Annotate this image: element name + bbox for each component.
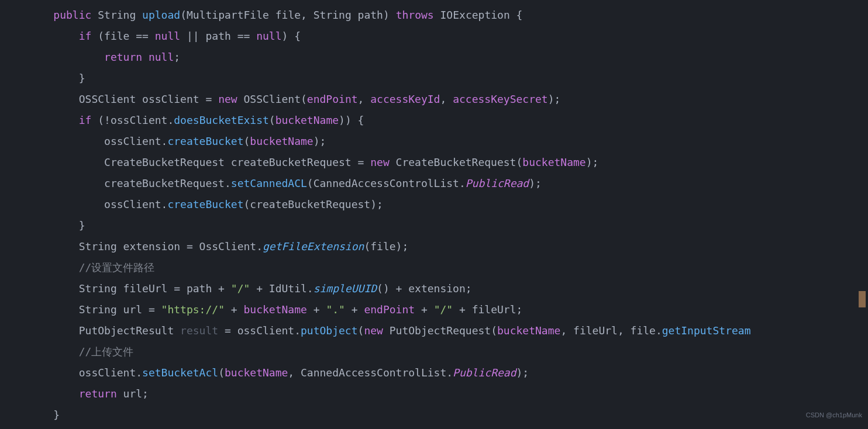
string: "." [326,303,345,316]
code-line: } [28,404,868,425]
keyword-new: new [364,324,383,337]
op: + [225,303,244,316]
code-line: String url = "https://" + bucketName + "… [28,299,868,320]
exception-type: IOException [440,9,510,21]
comma: , [440,93,453,105]
param: String path [314,9,383,21]
watermark: CSDN @ch1pMunk [806,404,862,425]
code-line: //上传文件 [28,341,868,362]
keyword-throws: throws [396,9,434,21]
decl: CreateBucketRequest createBucketRequest … [104,156,370,168]
brace: } [79,72,85,84]
method-call: createBucket [167,135,243,147]
punct: ) { [282,30,301,42]
decl: String url = [79,303,161,316]
semi: ; [174,51,180,63]
code-line: if (file == null || path == null) { [28,26,868,47]
static-method: getFileExtension [263,240,364,252]
brace: { [516,9,523,21]
punct: ); [516,366,529,379]
punct: ); [314,135,326,147]
op: + [345,303,364,316]
code-line: ossClient.createBucket(bucketName); [28,131,868,152]
args: (file); [364,240,408,252]
sp [142,51,149,63]
field: endPoint [307,93,358,105]
type: String [98,9,136,21]
method-call: putObject [301,324,358,337]
punct: ); [548,93,561,105]
keyword-new: new [218,93,237,105]
cond: path == [205,30,256,42]
field: bucketName [250,135,313,147]
expr: url; [117,388,149,400]
scrollbar[interactable] [859,0,866,429]
keyword-null: null [149,51,174,63]
field: accessKeyId [370,93,440,105]
op: || [180,30,205,42]
keyword-if: if [79,114,92,126]
args: , fileUrl, file. [560,324,662,337]
code-line: createBucketRequest.setCannedACL(CannedA… [28,173,868,194]
field: bucketName [243,303,306,316]
op: + fileUrl; [453,303,522,316]
field: bucketName [522,156,585,168]
cond: (!ossClient. [91,114,174,126]
obj: ossClient. [79,366,142,379]
code-line: } [28,215,868,236]
string: "/" [434,303,453,316]
keyword-public: public [53,9,91,21]
string: "/" [231,282,250,295]
keyword-if: if [79,30,92,42]
punct: ( [218,366,225,379]
keyword-new: new [370,156,390,168]
method-call: getInputStream [662,324,751,337]
code-line: OSSClient ossClient = new OSSClient(endP… [28,89,868,110]
code-line: String extension = OssClient.getFileExte… [28,236,868,257]
obj: ossClient. [104,135,167,147]
method-name: upload [142,9,180,21]
class: OSSClient( [237,93,307,105]
field: bucketName [275,114,339,126]
code-line: PutObjectResult result = ossClient.putOb… [28,320,868,341]
code-line: if (!ossClient.doesBucketExist(bucketNam… [28,110,868,131]
punct: ); [529,177,542,189]
code-line: public String upload(MultipartFile file,… [28,5,868,26]
punct: ( [269,114,275,126]
comment: //设置文件路径 [79,261,155,274]
class: PutObjectRequest( [383,324,497,337]
args: (createBucketRequest); [243,198,383,210]
keyword-null: null [155,30,180,42]
obj: createBucketRequest. [104,177,231,189]
static-method: simpleUUID [314,282,377,295]
punct: ( [180,9,187,21]
enum-value: PublicRead [466,177,529,189]
eq: = ossClient. [218,324,301,337]
op: + IdUtil. [250,282,313,295]
brace: } [53,409,60,421]
keyword-null: null [256,30,281,42]
cond: (file == [91,30,154,42]
method-call: setBucketAcl [142,366,218,379]
code-line: } [28,68,868,89]
code-line: return url; [28,383,868,404]
punct: ( [358,324,364,337]
code-editor[interactable]: public String upload(MultipartFile file,… [0,0,868,429]
comment: //上传文件 [79,345,134,358]
decl: PutObjectResult [79,324,180,337]
obj: ossClient. [104,198,167,210]
op: + [307,303,326,316]
comma: , [358,93,371,105]
args: () + extension; [377,282,472,295]
enum-value: PublicRead [453,366,516,379]
args: (CannedAccessControlList. [307,177,466,189]
class: CreateBucketRequest( [390,156,523,168]
code-line: //设置文件路径 [28,257,868,278]
punct: ); [586,156,599,168]
code-line: ossClient.setBucketAcl(bucketName, Canne… [28,362,868,383]
method-call: createBucket [167,198,243,210]
punct: , [301,9,314,21]
decl: String extension = OssClient. [79,240,263,252]
decl: OSSClient ossClient = [79,93,218,105]
field: accessKeySecret [453,93,548,105]
